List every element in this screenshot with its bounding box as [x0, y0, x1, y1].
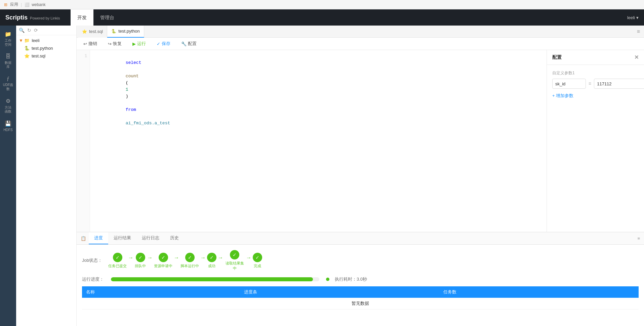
step-arrow-1: →: [128, 255, 133, 266]
save-label: 保存: [162, 41, 170, 47]
undo-button[interactable]: ↩ 撤销: [81, 40, 100, 48]
step-fetch-circle: ✓: [230, 250, 239, 259]
tab-sql[interactable]: ⭐ test.sql: [78, 26, 107, 38]
toolbar: ↩ 撤销 ↪ 恢复 ▶ 运行 ✓ 保存 🔧 配置: [77, 38, 644, 50]
empty-data-cell: 暂无数据: [82, 298, 639, 310]
step-arrow-6: →: [246, 255, 251, 266]
bottom-panel: 📋 进度 运行结果 运行日志 历史 ≡ Job状态： ✓ 任务已提交: [77, 232, 644, 326]
nav-dev[interactable]: 开发: [71, 9, 93, 26]
sidebar-item-database[interactable]: 🗄 数据库: [1, 51, 15, 72]
kw-num: 1: [126, 87, 128, 92]
kw-table-name: ai_fmi_ods.a_test: [126, 121, 170, 126]
step-queuing-circle: ✓: [136, 253, 145, 262]
user-menu[interactable]: leeli ▾: [627, 15, 639, 20]
config-body: 自定义参数1 = ✕ + 增加参数: [547, 65, 644, 232]
config-button[interactable]: 🔧 配置: [178, 40, 199, 48]
apps-icon: ⊞: [4, 2, 7, 7]
run-button[interactable]: ▶ 运行: [130, 40, 149, 48]
bottom-tab-results[interactable]: 运行结果: [108, 232, 136, 244]
hdfs-label: HDFS: [3, 128, 12, 132]
udf-label: UDF函数: [3, 83, 13, 91]
progress-time: 执行耗时：3.0秒: [335, 276, 367, 282]
config-close-button[interactable]: ✕: [634, 54, 639, 60]
workspace-icon: 📁: [5, 31, 11, 37]
step-running-circle: ✓: [185, 253, 195, 262]
job-step-success: ✓ 成功: [207, 253, 216, 269]
tab-python[interactable]: 🐍 test.python: [107, 26, 144, 38]
nav-admin[interactable]: 管理台: [93, 9, 121, 26]
run-progress-row: 运行进度： 执行耗时：3.0秒: [82, 276, 639, 282]
config-value-input[interactable]: [594, 79, 644, 89]
logo: Scriptis Powered by Linkis: [5, 14, 60, 21]
user-dropdown-icon: ▾: [636, 15, 639, 20]
undo-label: 撤销: [88, 41, 97, 47]
job-step-fetch: ✓ 读取结果集中: [225, 250, 245, 271]
config-param-label: 自定义参数1: [552, 70, 639, 76]
progress-log-icon[interactable]: 📋: [78, 235, 89, 242]
refresh-icon[interactable]: ↻: [27, 28, 31, 33]
file-tree: 🔍 ↻ ⟳ ▼ 📁 leeli 🐍 test.python ⭐ test.sql: [16, 26, 77, 326]
methods-icon: ⚙: [6, 98, 10, 104]
tree-item-sql[interactable]: ⭐ test.sql: [22, 52, 76, 60]
step-done-circle: ✓: [253, 253, 262, 262]
bottom-panel-menu-icon[interactable]: ≡: [635, 236, 643, 241]
config-key-input[interactable]: [552, 79, 586, 89]
undo-icon: ↩: [83, 41, 87, 46]
step-running-label: 脚本运行中: [180, 263, 199, 269]
config-equals: =: [589, 81, 591, 86]
editor-config-row: 1 select count ( 1 ) from ai_fmi_ods.a_t…: [77, 50, 644, 232]
kw-from: from: [126, 107, 136, 112]
search-icon[interactable]: 🔍: [19, 28, 25, 33]
config-label: 配置: [188, 41, 197, 47]
code-paren-open: (: [126, 80, 128, 85]
run-progress-label: 运行进度：: [82, 276, 106, 282]
step-success-label: 成功: [208, 263, 215, 269]
job-status-label: Job状态：: [82, 257, 106, 263]
main-layout: 📁 工作空间 🗄 数据库 ƒ UDF函数 ⚙ 方法函数 💾 HDFS 🔍 ↻ ⟳: [0, 26, 644, 326]
progress-dot: [326, 278, 329, 281]
editor-main: ⭐ test.sql 🐍 test.python ≡ ↩ 撤销 ↪ 恢复 ▶ 运…: [77, 26, 644, 326]
methods-label: 方法函数: [5, 106, 11, 114]
logo-sub: Powered by Linkis: [30, 16, 60, 20]
tree-item-python[interactable]: 🐍 test.python: [22, 44, 76, 52]
sidebar-item-methods[interactable]: ⚙ 方法函数: [1, 95, 15, 116]
window-title: webank: [32, 2, 45, 7]
python-tab-icon: 🐍: [111, 29, 116, 34]
job-step-resource: ✓ 资源申请中: [154, 253, 172, 269]
user-name: leeli: [627, 15, 635, 20]
bottom-tab-history[interactable]: 历史: [165, 232, 184, 244]
tab-menu-icon[interactable]: ≡: [634, 29, 643, 35]
database-icon: 🗄: [5, 53, 11, 59]
job-step-queuing: ✓ 排队中: [135, 253, 146, 269]
tab-python-label: test.python: [118, 29, 140, 34]
progress-bar-wrap: [111, 277, 319, 281]
config-add-button[interactable]: + 增加参数: [552, 93, 639, 99]
code-content[interactable]: select count ( 1 ) from ai_fmi_ods.a_tes…: [90, 50, 547, 232]
bottom-tab-progress[interactable]: 进度: [89, 232, 108, 244]
step-arrow-4: →: [200, 255, 206, 266]
redo-button[interactable]: ↪ 恢复: [105, 40, 124, 48]
sidebar-item-udf[interactable]: ƒ UDF函数: [1, 73, 15, 94]
tree-python-label: test.python: [32, 46, 53, 51]
logo-text: Scriptis: [5, 14, 28, 21]
step-submitted-circle: ✓: [113, 253, 122, 262]
sidebar-item-hdfs[interactable]: 💾 HDFS: [1, 118, 15, 135]
col-tasks: 任务数: [439, 286, 639, 298]
bottom-tab-log[interactable]: 运行日志: [136, 232, 165, 244]
config-param-row: = ✕: [552, 79, 639, 89]
database-label: 数据库: [5, 61, 11, 69]
step-submitted-label: 任务已提交: [108, 263, 127, 269]
sql-tab-icon: ⭐: [82, 29, 87, 34]
reload-icon[interactable]: ⟳: [34, 28, 38, 33]
job-status-row: Job状态： ✓ 任务已提交 → ✓ 排队中 → ✓: [82, 250, 639, 271]
code-editor[interactable]: 1 select count ( 1 ) from ai_fmi_ods.a_t…: [77, 50, 547, 232]
sidebar-item-workspace[interactable]: 📁 工作空间: [1, 28, 15, 49]
kw-select: select: [126, 60, 142, 65]
code-table-space: [126, 114, 128, 119]
code-paren-close: ): [126, 94, 128, 99]
tab-sql-label: test.sql: [89, 29, 103, 34]
bottom-tabs: 📋 进度 运行结果 运行日志 历史 ≡: [77, 232, 644, 245]
tree-root-item[interactable]: ▼ 📁 leeli: [16, 37, 76, 44]
save-button[interactable]: ✓ 保存: [154, 40, 173, 48]
progress-table-empty-row: 暂无数据: [82, 298, 639, 310]
